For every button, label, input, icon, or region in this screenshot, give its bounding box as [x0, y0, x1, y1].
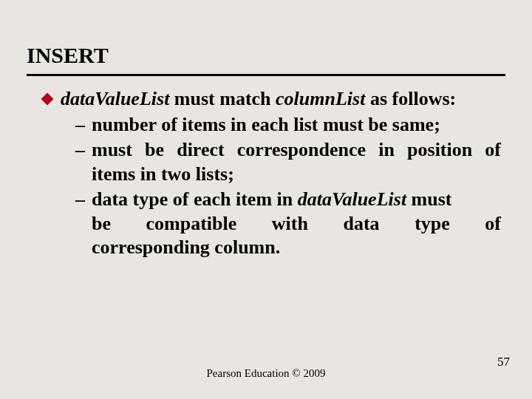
- sub-list: – number of items in each list must be s…: [75, 113, 501, 260]
- item-text-3: data type of each item in dataValueList …: [92, 188, 501, 260]
- list-item: – data type of each item in dataValueLis…: [75, 188, 501, 260]
- lead-italic-2: columnList: [276, 88, 365, 109]
- slide-title: INSERT: [27, 43, 109, 68]
- lead-text: dataValueList must match columnList as f…: [61, 87, 501, 112]
- item3-pre: data type of each item in: [92, 188, 298, 210]
- lead-bold-1: must match: [169, 88, 276, 109]
- item3-line2: be compatible with data type of: [92, 212, 501, 236]
- page-number: 57: [497, 355, 510, 369]
- lead-bold-2: as follows:: [365, 88, 456, 109]
- footer-copyright: Pearson Education © 2009: [0, 367, 532, 380]
- dash-icon: –: [75, 138, 92, 163]
- lead-bullet: dataValueList must match columnList as f…: [43, 87, 501, 112]
- item-text-2: must be direct correspondence in positio…: [92, 138, 501, 186]
- item3-line3: corresponding column.: [92, 236, 501, 260]
- lead-italic-1: dataValueList: [61, 88, 169, 109]
- list-item: – number of items in each list must be s…: [75, 113, 501, 137]
- slide: INSERT dataValueList must match columnLi…: [0, 0, 532, 399]
- item3-italic: dataValueList: [298, 188, 406, 210]
- title-rule: [27, 74, 505, 76]
- item3-post1: must: [406, 188, 451, 210]
- item-text-1: number of items in each list must be sam…: [92, 113, 501, 137]
- diamond-icon: [41, 93, 54, 106]
- dash-icon: –: [75, 188, 92, 212]
- slide-body: dataValueList must match columnList as f…: [43, 87, 501, 262]
- dash-icon: –: [75, 113, 92, 137]
- list-item: – must be direct correspondence in posit…: [75, 138, 501, 186]
